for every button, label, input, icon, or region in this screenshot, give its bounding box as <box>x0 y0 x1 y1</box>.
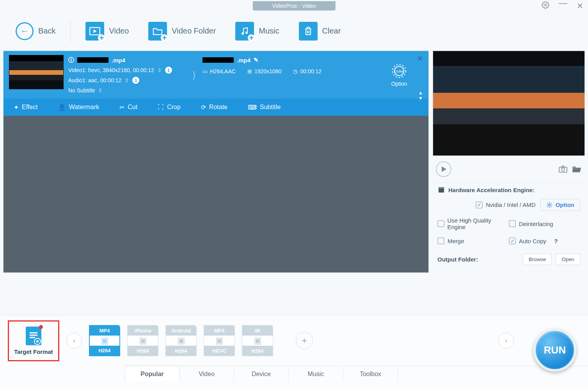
format-card-mp4-hevc[interactable]: MP4▣HEVC <box>204 325 235 356</box>
preview-column: Hardware Acceleration Engine: Nvidia / I… <box>433 51 585 273</box>
add-music-button[interactable]: Music <box>227 19 287 44</box>
deinterlacing-checkbox[interactable]: Deinterlacing <box>509 217 580 230</box>
category-tabs: Popular Video Device Music Toolbox <box>125 366 588 382</box>
codec-gear-icon: codec <box>391 63 407 79</box>
merge-checkbox[interactable]: Merge <box>437 237 509 244</box>
clock-icon: ◷ <box>293 68 298 74</box>
format-card-4k[interactable]: 4K▣H264 <box>242 325 273 356</box>
input-filename-redacted <box>77 57 108 63</box>
item-output-meta: .mp4 ✎ ▭H264,AAC ⊞1920x1080 ◷00:00:12 <box>203 55 423 95</box>
option-label: Option <box>391 81 407 87</box>
format-card-android[interactable]: Android▣H264 <box>165 325 197 356</box>
main-area: ⓘ .mp4 Video1: hevc, 3840x2160, 00:00:12… <box>0 51 588 273</box>
film-icon: ▣ <box>166 336 196 346</box>
close-icon[interactable]: ✕ <box>577 1 583 11</box>
help-icon[interactable]: ? <box>554 238 558 244</box>
output-filename-redacted <box>203 57 234 63</box>
settings-icon[interactable] <box>542 1 549 11</box>
preview-controls <box>433 160 585 178</box>
format-card-mp4-h264[interactable]: MP4▣H264 <box>89 325 120 356</box>
codec-option-button[interactable]: codec Option <box>391 63 407 87</box>
tab-toolbox[interactable]: Toolbox <box>343 366 398 382</box>
video-stepper-icon[interactable]: ⇳ <box>157 67 162 73</box>
minimize-icon[interactable]: — <box>559 1 567 11</box>
video-item[interactable]: ⓘ .mp4 Video1: hevc, 3840x2160, 00:00:12… <box>4 51 428 116</box>
tab-video[interactable]: Video <box>179 366 234 382</box>
clear-button[interactable]: Clear <box>291 19 349 44</box>
format-cards: MP4▣H264 iPhone▣H264 Android▣H264 MP4▣HE… <box>89 325 273 356</box>
back-button[interactable]: ← Back <box>8 19 63 43</box>
back-label: Back <box>38 27 55 35</box>
hw-option-button[interactable]: Option <box>540 199 580 211</box>
tab-popular[interactable]: Popular <box>125 366 179 382</box>
subtitle-info: No Subtitle <box>68 87 95 94</box>
item-input-meta: ⓘ .mp4 Video1: hevc, 3840x2160, 00:00:12… <box>68 55 185 95</box>
cut-tab[interactable]: ✂Cut <box>109 99 147 116</box>
effect-tab[interactable]: ✦Effect <box>4 99 48 116</box>
gear-icon <box>546 202 552 208</box>
formats-next-button[interactable]: › <box>498 333 514 348</box>
codec-icon: ▭ <box>203 68 208 74</box>
watermark-tab[interactable]: 👤Watermark <box>48 99 110 116</box>
run-button[interactable]: RUN <box>533 329 576 371</box>
edit-name-icon[interactable]: ✎ <box>254 57 259 64</box>
remove-item-icon[interactable]: ✕ <box>417 54 423 63</box>
bottom-bar: Target Format ‹ MP4▣H264 iPhone▣H264 And… <box>0 315 588 387</box>
reorder-arrows[interactable]: ▲▼ <box>418 90 423 101</box>
svg-point-4 <box>245 32 248 34</box>
window-title: VideoProc - Video <box>252 1 335 11</box>
autocopy-checkbox[interactable]: Auto Copy ? <box>509 237 580 244</box>
formats-prev-button[interactable]: ‹ <box>66 333 82 348</box>
music-label: Music <box>259 27 279 35</box>
svg-text:codec: codec <box>394 69 404 73</box>
output-resolution: 1920x1080 <box>254 68 281 74</box>
film-icon: ▣ <box>90 336 119 346</box>
input-ext: .mp4 <box>112 57 125 64</box>
output-folder-label: Output Folder: <box>437 256 519 263</box>
format-card-iphone[interactable]: iPhone▣H264 <box>127 325 158 356</box>
target-format-icon <box>26 327 41 345</box>
chip-icon <box>437 187 445 193</box>
rotate-tab[interactable]: ⟳Rotate <box>191 99 238 116</box>
crop-tab[interactable]: ⛶Crop <box>147 99 191 116</box>
tab-device[interactable]: Device <box>234 366 289 382</box>
back-arrow-icon: ← <box>16 22 34 40</box>
open-folder-icon[interactable] <box>572 165 582 173</box>
resolution-icon: ⊞ <box>247 68 252 74</box>
svg-point-10 <box>561 168 565 171</box>
subtitle-tab[interactable]: ⌨Subtitle <box>238 99 291 116</box>
svg-point-3 <box>242 32 244 35</box>
svg-point-15 <box>36 340 39 343</box>
add-folder-button[interactable]: Video Folder <box>140 19 224 44</box>
hw-title: Hardware Acceleration Engine: <box>448 187 535 193</box>
hw-accel-checkbox[interactable]: Nvidia / Intel / AMD <box>476 201 536 209</box>
file-list: ⓘ .mp4 Video1: hevc, 3840x2160, 00:00:12… <box>3 51 429 273</box>
subtitle-stepper-icon[interactable]: ⇳ <box>98 87 103 94</box>
add-format-button[interactable]: + <box>296 332 313 349</box>
clear-label: Clear <box>322 27 341 35</box>
folder-label: Video Folder <box>172 27 216 35</box>
browse-button[interactable]: Browse <box>523 254 552 265</box>
svg-point-0 <box>545 4 547 6</box>
effect-icon: ✦ <box>14 104 19 111</box>
crop-icon: ⛶ <box>158 104 164 111</box>
film-icon: ▣ <box>128 336 158 346</box>
preview-image <box>433 51 585 156</box>
audio-stepper-icon[interactable]: ⇳ <box>124 77 129 83</box>
add-video-button[interactable]: Video <box>78 19 137 44</box>
tab-music[interactable]: Music <box>289 366 343 382</box>
output-ext: .mp4 <box>237 57 250 64</box>
trash-icon <box>299 22 318 41</box>
music-plus-icon <box>235 22 254 41</box>
info-icon[interactable]: ⓘ <box>68 57 74 64</box>
output-duration: 00:00:12 <box>300 68 322 74</box>
watermark-icon: 👤 <box>58 104 66 111</box>
target-format-button[interactable]: Target Format <box>8 320 59 361</box>
play-button[interactable] <box>436 161 451 177</box>
open-button[interactable]: Open <box>556 254 580 265</box>
svg-point-12 <box>549 204 550 206</box>
output-codec: H264,AAC <box>210 68 236 74</box>
hq-engine-checkbox[interactable]: Use High Quality Engine <box>437 217 509 230</box>
arrow-icon: ⟩ <box>190 55 198 95</box>
snapshot-icon[interactable] <box>558 165 568 173</box>
